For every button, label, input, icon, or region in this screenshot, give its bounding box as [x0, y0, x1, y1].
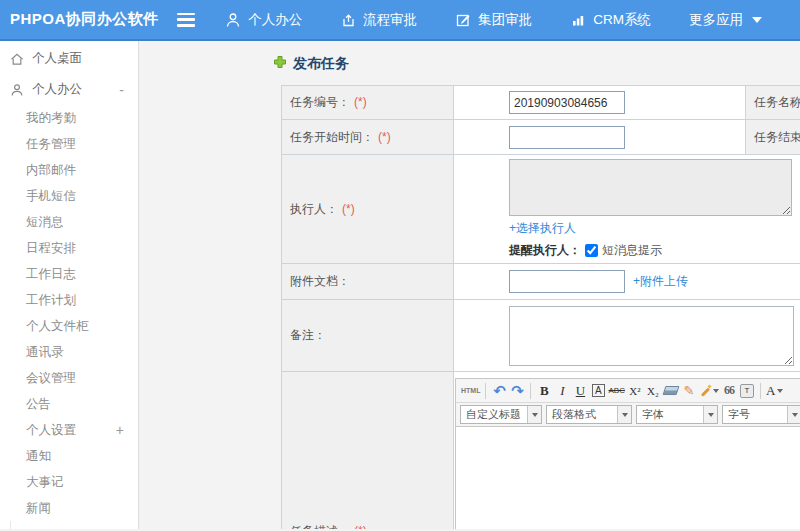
task-number-input[interactable] — [509, 91, 625, 114]
sidebar-item-label: 任务管理 — [26, 136, 76, 153]
publish-task-form: 任务编号：(*) 任务名称：(*) 任务开始时间：(*) — [281, 85, 800, 529]
font-size-select[interactable]: 字号 — [722, 405, 800, 424]
attachment-upload-link[interactable]: +附件上传 — [633, 273, 688, 290]
sidebar-item-meeting-management[interactable]: 会议管理 — [0, 365, 138, 391]
sidebar-item-label: 工作日志 — [26, 266, 76, 283]
toolbar-separator — [760, 383, 761, 399]
bar-chart-icon — [570, 12, 586, 28]
nav-label: 更多应用 — [689, 11, 743, 29]
sidebar-item-personal-settings[interactable]: 个人设置 + — [0, 417, 138, 443]
description-editor-area[interactable] — [456, 427, 800, 529]
chevron-down-icon — [703, 406, 717, 423]
sidebar-item-mobile-sms[interactable]: 手机短信 — [0, 183, 138, 209]
format-brush-button[interactable]: ✎ — [680, 381, 698, 400]
toolbar-separator — [485, 383, 486, 399]
end-time-label-cell: 任务结束时间：(*) — [746, 120, 800, 155]
sidebar-item-personal-file-cabinet[interactable]: 个人文件柜 — [0, 313, 138, 339]
required-mark: (*) — [354, 524, 367, 529]
sms-remind-checkbox[interactable] — [585, 244, 598, 257]
font-family-select[interactable]: 字体 — [636, 405, 718, 424]
undo-icon[interactable]: ↶ — [490, 381, 508, 400]
heading-select[interactable]: 自定义标题 — [460, 405, 542, 424]
sidebar-item-label: 手机短信 — [26, 188, 76, 205]
field-label: 任务描述： — [290, 524, 350, 529]
start-time-value-cell — [454, 120, 746, 155]
field-label: 执行人： — [290, 202, 338, 216]
required-mark: (*) — [378, 130, 391, 144]
choose-executor-link[interactable]: +选择执行人 — [509, 221, 576, 235]
sidebar-item-news[interactable]: 新闻 — [0, 495, 138, 521]
sidebar-item-internal-mail[interactable]: 内部邮件 — [0, 157, 138, 183]
magic-wand-button[interactable] — [698, 381, 720, 400]
app-logo: PHPOA协同办公软件 — [0, 10, 165, 29]
bold-button[interactable]: B — [535, 381, 553, 400]
italic-button[interactable]: I — [553, 381, 571, 400]
sidebar-item-label: 内部邮件 — [26, 162, 76, 179]
attachment-value-cell: +附件上传 — [454, 264, 800, 300]
select-value: 自定义标题 — [461, 407, 527, 422]
sidebar-item-label: 工作计划 — [26, 292, 76, 309]
html-source-button[interactable]: HTML — [460, 381, 481, 400]
underline-button[interactable]: U — [571, 381, 589, 400]
sidebar-item-label: 个人文件柜 — [26, 318, 89, 335]
executor-textarea[interactable] — [509, 159, 792, 216]
sidebar-item-label: 通讯录 — [26, 344, 64, 361]
paste-button[interactable]: T — [738, 381, 756, 400]
blockquote-button[interactable]: 66 — [720, 381, 738, 400]
hamburger-menu-icon[interactable] — [177, 13, 195, 27]
sidebar-item-personal-desktop[interactable]: 个人桌面 — [0, 43, 138, 74]
page-title: 发布任务 — [293, 55, 349, 73]
rich-text-editor: HTML ↶ ↷ B I U A ABC X² X₂ — [455, 378, 800, 529]
page-header: 发布任务 — [273, 54, 800, 73]
superscript-button[interactable]: X² — [626, 381, 644, 400]
attachment-input[interactable] — [509, 270, 625, 293]
sidebar-item-contacts[interactable]: 通讯录 — [0, 339, 138, 365]
sidebar-item-my-attendance[interactable]: 我的考勤 — [0, 105, 138, 131]
task-name-label-cell: 任务名称：(*) — [746, 86, 800, 120]
nav-more-apps[interactable]: 更多应用 — [689, 11, 762, 29]
sidebar-item-short-message[interactable]: 短消息 — [0, 209, 138, 235]
subscript-button[interactable]: X₂ — [644, 381, 662, 400]
top-bar: PHPOA协同办公软件 个人办公 流程审批 集团审批 CRM系统 — [0, 0, 800, 41]
sidebar-item-notice[interactable]: 通知 — [0, 443, 138, 469]
field-label: 备注： — [290, 328, 326, 342]
sidebar-item-memorabilia[interactable]: 大事记 — [0, 469, 138, 495]
attachment-label-cell: 附件文档： — [282, 264, 454, 300]
task-number-label-cell: 任务编号：(*) — [282, 86, 454, 120]
sidebar-item-label: 个人桌面 — [32, 50, 82, 67]
sidebar-item-label: 短消息 — [26, 214, 64, 231]
eraser-icon — [662, 386, 679, 395]
sidebar-item-personal-office[interactable]: 个人办公 - — [0, 74, 138, 105]
sidebar-item-task-management[interactable]: 任务管理 — [0, 131, 138, 157]
nav-label: 个人办公 — [248, 11, 302, 29]
nav-group-approval[interactable]: 集团审批 — [455, 11, 532, 29]
magic-wand-icon — [699, 385, 711, 397]
top-nav: 个人办公 流程审批 集团审批 CRM系统 更多应用 — [225, 11, 800, 29]
sidebar: 个人桌面 个人办公 - 我的考勤 任务管理 内部邮件 手机短信 短消息 日程安排… — [0, 41, 139, 529]
font-color-glyph: A — [766, 383, 775, 399]
paragraph-format-select[interactable]: 段落格式 — [546, 405, 632, 424]
nav-personal-office[interactable]: 个人办公 — [225, 11, 302, 29]
field-label: 任务编号： — [290, 95, 350, 109]
strikethrough-button[interactable]: ABC — [607, 381, 625, 400]
nav-process-approval[interactable]: 流程审批 — [340, 11, 417, 29]
required-mark: (*) — [354, 95, 367, 109]
redo-icon[interactable]: ↷ — [508, 381, 526, 400]
font-color-button[interactable]: A — [765, 381, 784, 400]
expand-icon[interactable]: + — [116, 423, 124, 437]
remark-textarea[interactable] — [509, 306, 794, 366]
sidebar-item-schedule[interactable]: 日程安排 — [0, 235, 138, 261]
start-time-input[interactable] — [509, 126, 625, 149]
sidebar-item-work-plan[interactable]: 工作计划 — [0, 287, 138, 313]
sidebar-item-label: 大事记 — [26, 474, 64, 491]
field-label: 任务名称： — [754, 95, 800, 109]
remove-format-button[interactable] — [662, 381, 680, 400]
sidebar-item-label: 我的考勤 — [26, 110, 76, 127]
boxed-a-button[interactable]: A — [592, 384, 605, 397]
sidebar-item-announcement[interactable]: 公告 — [0, 391, 138, 417]
sidebar-item-work-log[interactable]: 工作日志 — [0, 261, 138, 287]
user-icon — [225, 12, 241, 28]
collapse-icon[interactable]: - — [119, 83, 124, 97]
process-icon — [340, 12, 356, 28]
nav-crm-system[interactable]: CRM系统 — [570, 11, 651, 29]
